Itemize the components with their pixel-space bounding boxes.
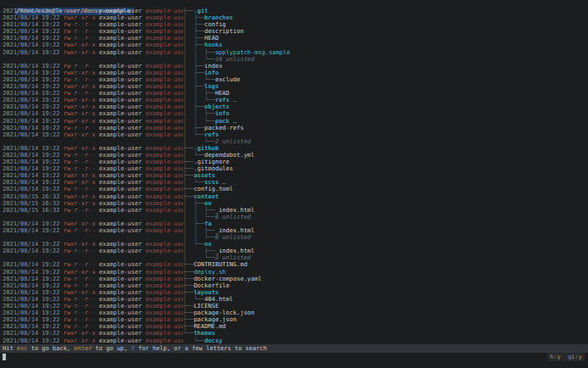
tree-row[interactable]: 2021/08/15 16:32 rw-r--r-- example-user … — [0, 207, 588, 214]
search-input-line[interactable]: h:y gi:y — [0, 353, 588, 361]
entry-perms: rw-r--r-- — [64, 248, 96, 254]
tree-branch-lines: │ │ ├── — [183, 110, 215, 117]
tree-row[interactable]: 2021/08/14 19:22 rwxr-xr-x example-user … — [0, 179, 588, 186]
tree-row[interactable]: 2021/08/14 19:22 rw-r--r-- example-user … — [0, 90, 588, 97]
tree-row[interactable]: │ └──2 unlisted — [0, 138, 588, 145]
tree-row[interactable]: 2021/08/14 19:22 rwxr-xr-x example-user … — [0, 220, 588, 227]
entry-name: content — [194, 193, 219, 200]
entry-name: hooks — [204, 42, 222, 48]
tree-row[interactable]: 2021/08/14 19:22 rwxr-xr-x example-user … — [0, 118, 588, 125]
entry-owner: example-user — [96, 186, 146, 192]
entry-tree-cell: │ │ └──6 unlisted — [183, 214, 251, 220]
entry-date: 2021/08/14 19:22 — [3, 28, 64, 35]
tree-row[interactable]: 2021/08/14 19:22 rw-r--r-- example-user … — [0, 227, 588, 234]
entry-perms: rw-r--r-- — [64, 125, 96, 131]
tree-row[interactable]: 2021/08/14 19:22 rw-r--r-- example-user … — [0, 76, 588, 83]
tree-row[interactable]: 2021/08/14 19:22 rwxr-xr-x example-user … — [0, 131, 588, 138]
tree-row[interactable]: 2021/08/14 19:22 rwxr-xr-x example-user … — [0, 145, 588, 152]
tree-row[interactable]: 2021/08/14 19:22 rwxr-xr-x example-user … — [0, 330, 588, 337]
tree-row[interactable]: 2021/08/14 19:22 rw-r--r-- example-user … — [0, 261, 588, 268]
entry-date: 2021/08/14 19:22 — [3, 125, 64, 131]
entry-perms: rw-r--r-- — [64, 303, 96, 309]
tree-row[interactable]: 2021/08/14 19:22 rwxr-xr-x example-user … — [0, 110, 588, 117]
entry-name: packed-refs — [204, 125, 243, 131]
entry-perms: rwxr-xr-x — [64, 42, 96, 48]
tree-row[interactable]: 2021/08/15 16:32 rwxr-xr-x example-user … — [0, 193, 588, 200]
tree-row[interactable]: 2021/08/14 19:22 rwxr-xr-x example-user … — [0, 83, 588, 90]
tree-row[interactable]: 2021/08/14 19:22 rw-r--r-- example-user … — [0, 28, 588, 35]
tree-row[interactable]: 2021/08/14 19:22 rw-r--r-- example-user … — [0, 248, 588, 254]
entry-group: example-user — [146, 227, 183, 234]
entry-group: example-user — [146, 159, 183, 165]
tree-row[interactable]: 2021/08/14 19:22 rwxr-xr-x example-user … — [0, 289, 588, 296]
tree-row[interactable]: 2021/08/14 19:22 rw-r--r-- example-user … — [0, 282, 588, 289]
entry-meta: 2021/08/14 19:22 rwxr-xr-x example-user … — [0, 330, 183, 337]
help-text: Hit — [3, 345, 17, 352]
tree-row[interactable]: 2021/08/15 16:32 rwxr-xr-x example-user … — [0, 200, 588, 207]
entry-name: CONTRIBUTING.md — [194, 261, 247, 268]
entry-owner: example-user — [96, 248, 146, 254]
tree-row[interactable]: 2021/08/14 19:22 rw-r--r-- example-user … — [0, 323, 588, 330]
tree-row[interactable]: 2021/08/14 19:22 rw-r--r-- example-user … — [0, 296, 588, 303]
tree-row[interactable]: │ └──2 unlisted — [0, 254, 588, 261]
tree-branch-lines: ├── — [183, 261, 194, 268]
tree-row[interactable]: 2021/08/14 19:22 rwxr-xr-x example-user … — [0, 49, 588, 56]
entry-date: 2021/08/14 19:22 — [3, 282, 64, 289]
entry-date: 2021/08/14 19:22 — [3, 63, 64, 70]
entry-truncation-ellipsis: … — [230, 118, 236, 125]
tree-row[interactable]: 2021/08/14 19:22 rw-r--r-- example-user … — [0, 35, 588, 42]
tree-row[interactable]: 2021/08/14 19:22 rwxr-xr-x example-user … — [0, 172, 588, 179]
entry-meta: 2021/08/14 19:22 rw-r--r-- example-user … — [0, 296, 183, 303]
flag-gi-label: gi: — [568, 354, 579, 360]
tree-branch-lines: │ │ ├── — [183, 90, 215, 97]
flag-gi-value: y — [579, 354, 582, 360]
tree-row[interactable]: 2021/08/14 19:22 rwxr-xr-x example-user … — [0, 337, 588, 344]
tree-row[interactable]: 2021/08/14 19:22 rw-r--r-- example-user … — [0, 165, 588, 172]
tree-row[interactable]: 2021/08/14 19:22 rwxr-xr-x example-user … — [0, 103, 588, 110]
entry-meta: 2021/08/14 19:22 rw-r--r-- example-user … — [0, 316, 183, 323]
tree-row[interactable]: │ │ └──6 unlisted — [0, 214, 588, 220]
tree-row[interactable]: 2021/08/14 19:22 rwxr-xr-x example-user … — [0, 70, 588, 76]
entry-owner: example-user — [96, 165, 146, 172]
entry-date: 2021/08/14 19:22 — [3, 179, 64, 186]
tree-row[interactable]: 2021/08/14 19:22 rw-r--r-- example-user … — [0, 303, 588, 309]
tree-row[interactable]: 2021/08/14 19:22 rwxr-xr-x example-user … — [0, 42, 588, 48]
tree-row[interactable]: 2021/08/14 19:22 rw-r--r-- example-user … — [0, 125, 588, 131]
entry-meta — [0, 254, 183, 261]
tree-row[interactable]: 2021/08/14 19:22 rw-r--r-- example-user … — [0, 316, 588, 323]
entry-meta — [0, 56, 183, 63]
entry-group: example-user — [146, 303, 183, 309]
tree-row[interactable]: 2021/08/14 19:22 rwxr-xr-x example-user … — [0, 8, 588, 14]
entry-perms: rwxr-xr-x — [64, 14, 96, 21]
entry-group: example-user — [146, 63, 183, 70]
entry-date: 2021/08/14 19:22 — [3, 97, 64, 103]
tree-branch-lines: ├── — [183, 159, 194, 165]
entry-date: 2021/08/14 19:22 — [3, 261, 64, 268]
tree-row[interactable]: 2021/08/14 19:22 rw-r--r-- example-user … — [0, 63, 588, 70]
tree-row[interactable]: 2021/08/14 19:22 rw-r--r-- example-user … — [0, 152, 588, 159]
entry-perms: rwxr-xr-x — [64, 83, 96, 90]
entry-group: example-user — [146, 172, 183, 179]
entry-perms: rw-r--r-- — [64, 152, 96, 159]
tree-row[interactable]: 2021/08/14 19:22 rw-r--r-- example-user … — [0, 186, 588, 192]
tree-row[interactable]: 2021/08/14 19:22 rwxr-xr-x example-user … — [0, 14, 588, 21]
tree-row[interactable]: 2021/08/14 19:22 rw-r--r-- example-user … — [0, 21, 588, 28]
tree-row[interactable]: 2021/08/14 19:22 rwxr-xr-x example-user … — [0, 97, 588, 103]
entry-date: 2021/08/14 19:22 — [3, 70, 64, 76]
tree-row[interactable]: │ │ └──6 unlisted — [0, 234, 588, 241]
tree-row[interactable]: 2021/08/14 19:22 rw-r--r-- example-user … — [0, 309, 588, 316]
tree-row[interactable]: │ │ └──10 unlisted — [0, 56, 588, 63]
entry-perms: rw-r--r-- — [64, 35, 96, 42]
tree-row[interactable]: 2021/08/14 19:22 rw-r--r-- example-user … — [0, 159, 588, 165]
tree-row[interactable]: 2021/08/14 19:22 rw-r--r-- example-user … — [0, 276, 588, 282]
tree-branch-lines: ├── — [183, 186, 194, 192]
entry-group: example-user — [146, 309, 183, 316]
entry-group: example-user — [146, 131, 183, 138]
entry-tree-cell: ├──layouts — [183, 289, 219, 296]
entry-date: 2021/08/14 19:22 — [3, 152, 64, 159]
entry-name: pack — [215, 118, 230, 125]
tree-row[interactable]: 2021/08/14 19:22 rwxr-xr-x example-user … — [0, 241, 588, 248]
tree-branch-lines: │ │ ├── — [183, 227, 215, 234]
tree-row[interactable]: 2021/08/14 19:22 rwxr-xr-x example-user … — [0, 269, 588, 276]
tree-branch-lines: ├── — [183, 145, 194, 152]
